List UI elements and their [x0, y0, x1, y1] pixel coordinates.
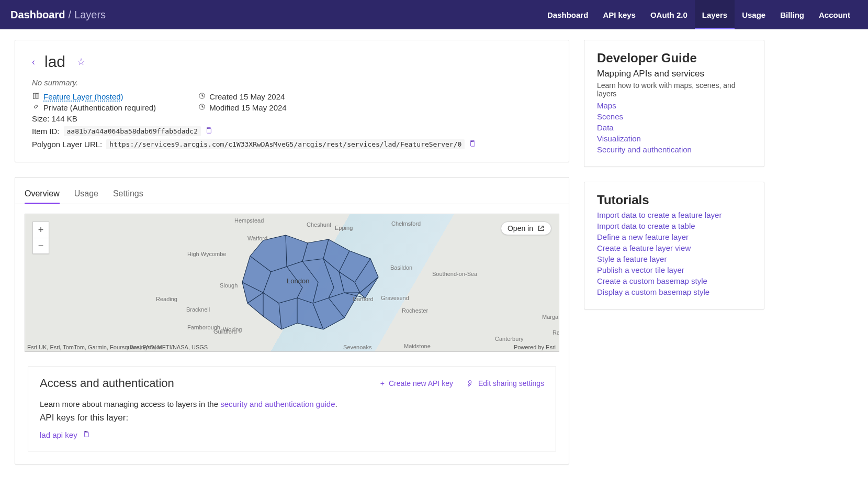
- map-place-label: Hempstead: [234, 217, 264, 224]
- guide-subtitle: Mapping APIs and services: [597, 69, 751, 79]
- nav-account[interactable]: Account: [811, 0, 858, 29]
- guide-desc: Learn how to work with maps, scenes, and…: [597, 81, 751, 98]
- guide-link[interactable]: Scenes: [597, 112, 623, 121]
- external-link-icon: [537, 225, 545, 232]
- edit-sharing-button[interactable]: Edit sharing settings: [467, 379, 544, 388]
- tab-settings[interactable]: Settings: [113, 184, 143, 204]
- tutorial-link[interactable]: Display a custom basemap style: [597, 287, 709, 296]
- map-place-label: Reading: [156, 296, 177, 302]
- svg-rect-4: [84, 433, 88, 437]
- map-place-label: Gravesend: [381, 295, 409, 301]
- breadcrumb-separator: /: [68, 9, 71, 21]
- map-place-label: Slough: [220, 282, 238, 289]
- back-button[interactable]: ‹: [32, 57, 35, 68]
- favorite-star-icon[interactable]: ☆: [77, 56, 85, 68]
- map-place-label: Maidstone: [404, 343, 431, 349]
- map-center-label: London: [287, 277, 309, 285]
- guide-link[interactable]: Maps: [597, 101, 616, 110]
- map-pin-icon: [32, 92, 40, 101]
- tutorials-title: Tutorials: [597, 193, 751, 207]
- map-place-label: Rochester: [402, 307, 428, 314]
- map-place-label: Sevenoaks: [343, 344, 371, 350]
- developer-guide-card: Developer Guide Mapping APIs and service…: [584, 40, 764, 167]
- tutorial-link[interactable]: Style a feature layer: [597, 254, 667, 263]
- svg-rect-3: [471, 142, 475, 147]
- breadcrumb-page: Layers: [74, 9, 106, 21]
- item-id-label: Item ID:: [32, 127, 60, 136]
- svg-rect-2: [207, 129, 211, 134]
- tutorial-link[interactable]: Publish a vector tile layer: [597, 265, 684, 274]
- zoom-control: + −: [32, 222, 49, 254]
- access-section-wrapper: Access and authentication + Create new A…: [15, 361, 569, 464]
- layer-modified: Modified 15 May 2024: [209, 103, 287, 112]
- create-api-key-button[interactable]: + Create new API key: [380, 379, 453, 388]
- api-key-link[interactable]: lad api key: [40, 430, 77, 439]
- nav-layers[interactable]: Layers: [695, 0, 735, 29]
- tutorial-link[interactable]: Create a feature layer view: [597, 244, 691, 252]
- copy-item-id-button[interactable]: [205, 127, 212, 136]
- layer-type-link[interactable]: Feature Layer (hosted): [43, 92, 123, 101]
- top-nav: Dashboard / Layers DashboardAPI keysOAut…: [0, 0, 868, 29]
- map-place-label: Southend-on-Sea: [432, 271, 477, 277]
- layer-size: Size: 144 KB: [32, 114, 552, 123]
- clock-icon: [198, 92, 206, 101]
- breadcrumb: Dashboard / Layers: [10, 9, 106, 21]
- main-nav: DashboardAPI keysOAuth 2.0LayersUsageBil…: [540, 0, 858, 29]
- tutorials-card: Tutorials Import data to create a featur…: [584, 182, 764, 309]
- map-place-label: Basildon: [390, 264, 412, 271]
- open-in-button[interactable]: Open in: [501, 222, 551, 235]
- nav-dashboard[interactable]: Dashboard: [540, 0, 595, 29]
- tutorial-link[interactable]: Import data to create a table: [597, 222, 695, 230]
- map-place-label: Cheshunt: [307, 222, 331, 228]
- key-icon: [467, 379, 474, 388]
- map-place-label: Margate: [542, 314, 559, 320]
- map-attribution: Esri UK, Esri, TomTom, Garmin, Foursquar…: [27, 344, 208, 350]
- copy-api-key-button[interactable]: [83, 430, 90, 439]
- guide-link[interactable]: Visualization: [597, 134, 641, 143]
- access-learn-text: Learn more about managing access to laye…: [40, 400, 220, 408]
- tab-usage[interactable]: Usage: [74, 184, 98, 204]
- plus-icon: +: [380, 379, 385, 388]
- zoom-in-button[interactable]: +: [33, 222, 49, 238]
- map-place-label: Chelmsford: [391, 220, 421, 227]
- item-id-value: aa81b7a44a064ba58dab69ffab5dadc2: [64, 126, 201, 136]
- security-guide-link[interactable]: security and authentication guide: [220, 400, 335, 408]
- map-preview[interactable]: London HempsteadCheshuntEppingChelmsford…: [25, 214, 559, 352]
- layer-url-value: https://services9.arcgis.com/c1W33XRwDAs…: [106, 139, 465, 149]
- map-place-label: Woking: [223, 326, 242, 333]
- map-powered-by: Powered by Esri: [514, 344, 556, 350]
- map-place-label: Bracknell: [186, 306, 210, 313]
- copy-url-button[interactable]: [469, 140, 476, 149]
- guide-title: Developer Guide: [597, 51, 751, 65]
- guide-link[interactable]: Security and authentication: [597, 145, 692, 154]
- nav-oauth-2-0[interactable]: OAuth 2.0: [643, 0, 695, 29]
- tab-bar: OverviewUsageSettings: [15, 178, 569, 204]
- clock-icon: [198, 103, 206, 112]
- nav-api-keys[interactable]: API keys: [595, 0, 643, 29]
- layer-created: Created 15 May 2024: [209, 92, 285, 101]
- layer-detail-panel: OverviewUsageSettings London HempsteadCh…: [15, 177, 569, 464]
- layer-url-label: Polygon Layer URL:: [32, 140, 102, 149]
- map-place-label: Dartford: [353, 296, 374, 302]
- tutorial-link[interactable]: Import data to create a feature layer: [597, 211, 722, 219]
- tutorial-link[interactable]: Create a custom basemap style: [597, 276, 707, 285]
- nav-usage[interactable]: Usage: [735, 0, 773, 29]
- map-place-label: High Wycombe: [187, 251, 226, 257]
- map-place-label: Ramsgate: [553, 329, 559, 336]
- lock-icon: [32, 103, 40, 112]
- layer-summary-card: ‹ lad ☆ No summary. Feature Layer (hoste…: [15, 40, 569, 162]
- api-keys-heading: API keys for this layer:: [40, 413, 544, 423]
- tutorial-link[interactable]: Define a new feature layer: [597, 233, 689, 241]
- map-place-label: Canterbury: [495, 336, 523, 342]
- nav-billing[interactable]: Billing: [773, 0, 811, 29]
- zoom-out-button[interactable]: −: [33, 238, 49, 253]
- layer-summary: No summary.: [32, 78, 552, 87]
- breadcrumb-root[interactable]: Dashboard: [10, 9, 65, 21]
- access-title: Access and authentication: [40, 377, 174, 390]
- map-place-label: Watford: [247, 235, 267, 241]
- tab-overview[interactable]: Overview: [25, 184, 60, 204]
- map-place-label: Epping: [335, 225, 353, 231]
- layer-sharing: Private (Authentication required): [43, 103, 156, 112]
- layer-title: lad: [44, 53, 65, 71]
- guide-link[interactable]: Data: [597, 123, 614, 132]
